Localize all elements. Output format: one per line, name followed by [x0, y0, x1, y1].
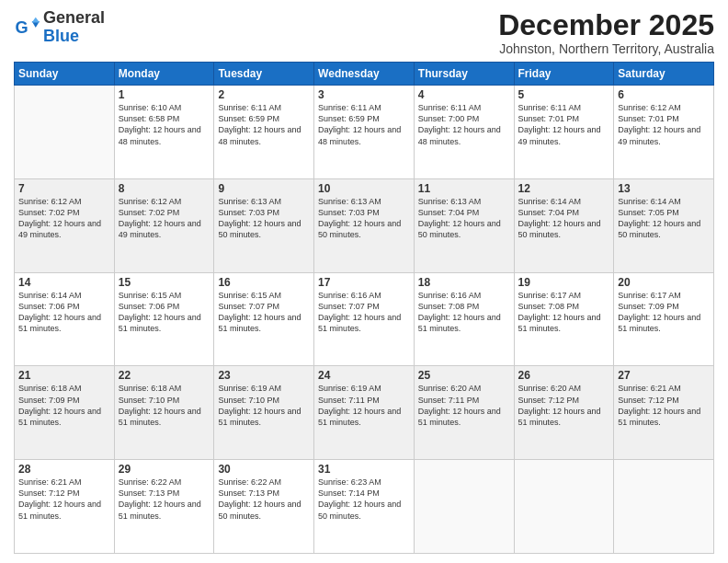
- day-number: 14: [18, 276, 110, 289]
- calendar-cell: 3Sunrise: 6:11 AMSunset: 6:59 PMDaylight…: [314, 86, 415, 179]
- calendar-cell: 30Sunrise: 6:22 AMSunset: 7:13 PMDayligh…: [214, 460, 314, 554]
- column-header-wednesday: Wednesday: [314, 63, 415, 86]
- calendar-week-row: 21Sunrise: 6:18 AMSunset: 7:09 PMDayligh…: [15, 366, 714, 460]
- month-title: December 2025: [498, 9, 714, 41]
- logo-blue: Blue: [43, 28, 105, 46]
- logo-icon: G: [14, 15, 40, 40]
- calendar-cell: 19Sunrise: 6:17 AMSunset: 7:08 PMDayligh…: [514, 272, 614, 366]
- calendar-cell: 21Sunrise: 6:18 AMSunset: 7:09 PMDayligh…: [15, 366, 115, 460]
- day-number: 21: [18, 369, 110, 382]
- day-info: Sunrise: 6:18 AMSunset: 7:10 PMDaylight:…: [119, 383, 210, 428]
- day-number: 13: [618, 182, 710, 195]
- day-info: Sunrise: 6:15 AMSunset: 7:07 PMDaylight:…: [218, 290, 310, 335]
- day-number: 16: [218, 276, 310, 289]
- day-number: 6: [618, 88, 710, 101]
- day-info: Sunrise: 6:21 AMSunset: 7:12 PMDaylight:…: [18, 477, 110, 522]
- calendar-week-row: 28Sunrise: 6:21 AMSunset: 7:12 PMDayligh…: [15, 460, 714, 554]
- day-number: 15: [119, 276, 210, 289]
- calendar-cell: 29Sunrise: 6:22 AMSunset: 7:13 PMDayligh…: [114, 460, 214, 554]
- calendar-cell: 1Sunrise: 6:10 AMSunset: 6:58 PMDaylight…: [114, 86, 214, 179]
- day-number: 25: [418, 369, 510, 382]
- day-info: Sunrise: 6:12 AMSunset: 7:02 PMDaylight:…: [119, 196, 210, 241]
- location: Johnston, Northern Territory, Australia: [498, 41, 714, 56]
- column-header-sunday: Sunday: [15, 63, 115, 86]
- day-number: 9: [218, 182, 310, 195]
- day-number: 26: [518, 369, 610, 382]
- calendar-cell: 9Sunrise: 6:13 AMSunset: 7:03 PMDaylight…: [214, 178, 314, 272]
- calendar-cell: 27Sunrise: 6:21 AMSunset: 7:12 PMDayligh…: [614, 366, 714, 460]
- calendar-week-row: 1Sunrise: 6:10 AMSunset: 6:58 PMDaylight…: [15, 86, 714, 179]
- day-info: Sunrise: 6:15 AMSunset: 7:06 PMDaylight:…: [119, 290, 210, 335]
- day-info: Sunrise: 6:21 AMSunset: 7:12 PMDaylight:…: [618, 383, 710, 428]
- day-number: 11: [418, 182, 510, 195]
- day-info: Sunrise: 6:13 AMSunset: 7:04 PMDaylight:…: [418, 196, 510, 241]
- day-number: 24: [318, 369, 410, 382]
- day-info: Sunrise: 6:11 AMSunset: 7:01 PMDaylight:…: [518, 102, 610, 147]
- column-header-tuesday: Tuesday: [214, 63, 314, 86]
- svg-marker-2: [32, 17, 40, 23]
- logo: G General Blue: [14, 9, 105, 46]
- day-info: Sunrise: 6:23 AMSunset: 7:14 PMDaylight:…: [318, 477, 410, 522]
- day-number: 1: [119, 88, 210, 101]
- day-number: 23: [218, 369, 310, 382]
- day-info: Sunrise: 6:20 AMSunset: 7:12 PMDaylight:…: [518, 383, 610, 428]
- day-info: Sunrise: 6:17 AMSunset: 7:09 PMDaylight:…: [618, 290, 710, 335]
- column-header-monday: Monday: [114, 63, 214, 86]
- calendar-cell: 23Sunrise: 6:19 AMSunset: 7:10 PMDayligh…: [214, 366, 314, 460]
- day-info: Sunrise: 6:19 AMSunset: 7:10 PMDaylight:…: [218, 383, 310, 428]
- day-number: 28: [18, 463, 110, 476]
- calendar-cell: 13Sunrise: 6:14 AMSunset: 7:05 PMDayligh…: [614, 178, 714, 272]
- day-info: Sunrise: 6:10 AMSunset: 6:58 PMDaylight:…: [119, 102, 210, 147]
- calendar-header-row: SundayMondayTuesdayWednesdayThursdayFrid…: [15, 63, 714, 86]
- day-number: 12: [518, 182, 610, 195]
- day-number: 2: [218, 88, 310, 101]
- day-info: Sunrise: 6:11 AMSunset: 6:59 PMDaylight:…: [218, 102, 310, 147]
- calendar-cell: 2Sunrise: 6:11 AMSunset: 6:59 PMDaylight…: [214, 86, 314, 179]
- day-number: 27: [618, 369, 710, 382]
- calendar-cell: 24Sunrise: 6:19 AMSunset: 7:11 PMDayligh…: [314, 366, 415, 460]
- day-number: 17: [318, 276, 410, 289]
- day-number: 8: [119, 182, 210, 195]
- day-info: Sunrise: 6:20 AMSunset: 7:11 PMDaylight:…: [418, 383, 510, 428]
- day-info: Sunrise: 6:16 AMSunset: 7:08 PMDaylight:…: [418, 290, 510, 335]
- calendar-cell: 17Sunrise: 6:16 AMSunset: 7:07 PMDayligh…: [314, 272, 415, 366]
- title-block: December 2025 Johnston, Northern Territo…: [498, 9, 714, 56]
- calendar-cell: 31Sunrise: 6:23 AMSunset: 7:14 PMDayligh…: [314, 460, 415, 554]
- calendar-cell: 4Sunrise: 6:11 AMSunset: 7:00 PMDaylight…: [414, 86, 514, 179]
- calendar-cell: 11Sunrise: 6:13 AMSunset: 7:04 PMDayligh…: [414, 178, 514, 272]
- calendar-cell: [514, 460, 614, 554]
- column-header-thursday: Thursday: [414, 63, 514, 86]
- day-number: 5: [518, 88, 610, 101]
- calendar-cell: 14Sunrise: 6:14 AMSunset: 7:06 PMDayligh…: [15, 272, 115, 366]
- calendar-cell: [414, 460, 514, 554]
- day-info: Sunrise: 6:22 AMSunset: 7:13 PMDaylight:…: [218, 477, 310, 522]
- calendar-cell: 10Sunrise: 6:13 AMSunset: 7:03 PMDayligh…: [314, 178, 415, 272]
- calendar-cell: 7Sunrise: 6:12 AMSunset: 7:02 PMDaylight…: [15, 178, 115, 272]
- calendar-cell: 25Sunrise: 6:20 AMSunset: 7:11 PMDayligh…: [414, 366, 514, 460]
- day-info: Sunrise: 6:12 AMSunset: 7:02 PMDaylight:…: [18, 196, 110, 241]
- day-info: Sunrise: 6:11 AMSunset: 7:00 PMDaylight:…: [418, 102, 510, 147]
- day-number: 3: [318, 88, 410, 101]
- day-info: Sunrise: 6:19 AMSunset: 7:11 PMDaylight:…: [318, 383, 410, 428]
- calendar-cell: 20Sunrise: 6:17 AMSunset: 7:09 PMDayligh…: [614, 272, 714, 366]
- calendar-cell: [15, 86, 115, 179]
- calendar-cell: 15Sunrise: 6:15 AMSunset: 7:06 PMDayligh…: [114, 272, 214, 366]
- calendar-cell: 16Sunrise: 6:15 AMSunset: 7:07 PMDayligh…: [214, 272, 314, 366]
- day-number: 7: [18, 182, 110, 195]
- day-info: Sunrise: 6:14 AMSunset: 7:06 PMDaylight:…: [18, 290, 110, 335]
- day-info: Sunrise: 6:16 AMSunset: 7:07 PMDaylight:…: [318, 290, 410, 335]
- day-info: Sunrise: 6:17 AMSunset: 7:08 PMDaylight:…: [518, 290, 610, 335]
- day-info: Sunrise: 6:12 AMSunset: 7:01 PMDaylight:…: [618, 102, 710, 147]
- calendar-table: SundayMondayTuesdayWednesdayThursdayFrid…: [14, 62, 714, 554]
- day-number: 30: [218, 463, 310, 476]
- calendar-cell: 6Sunrise: 6:12 AMSunset: 7:01 PMDaylight…: [614, 86, 714, 179]
- day-number: 22: [119, 369, 210, 382]
- calendar-cell: 22Sunrise: 6:18 AMSunset: 7:10 PMDayligh…: [114, 366, 214, 460]
- column-header-friday: Friday: [514, 63, 614, 86]
- day-number: 4: [418, 88, 510, 101]
- day-number: 29: [119, 463, 210, 476]
- calendar-cell: 18Sunrise: 6:16 AMSunset: 7:08 PMDayligh…: [414, 272, 514, 366]
- calendar-week-row: 14Sunrise: 6:14 AMSunset: 7:06 PMDayligh…: [15, 272, 714, 366]
- calendar-week-row: 7Sunrise: 6:12 AMSunset: 7:02 PMDaylight…: [15, 178, 714, 272]
- calendar-cell: 8Sunrise: 6:12 AMSunset: 7:02 PMDaylight…: [114, 178, 214, 272]
